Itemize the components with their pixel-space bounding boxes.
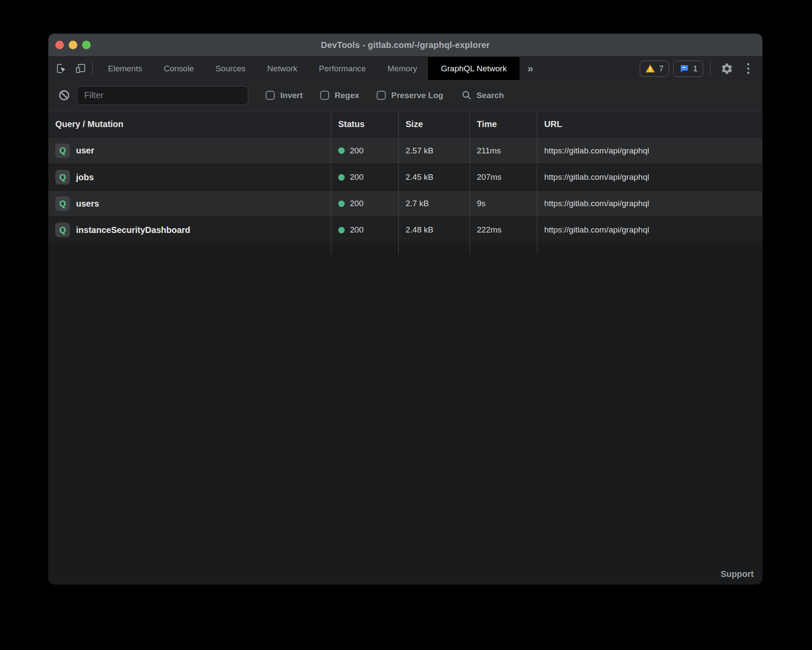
- request-url: https://gitlab.com/api/graphql: [544, 172, 649, 182]
- query-name: instanceSecurityDashboard: [76, 225, 190, 235]
- table-row[interactable]: Q users 200 2.7 kB 9s https://gitlab.com…: [48, 190, 762, 217]
- filter-toolbar: Invert Regex Preserve Log Search: [48, 80, 762, 111]
- status-code: 200: [350, 199, 364, 208]
- regex-checkbox-box[interactable]: [320, 91, 329, 100]
- query-type-badge: Q: [55, 223, 70, 237]
- request-url: https://gitlab.com/api/graphql: [544, 199, 649, 208]
- inspect-element-button[interactable]: [52, 57, 71, 80]
- status-ok-dot: [338, 227, 345, 233]
- titlebar: DevTools - gitlab.com/-/graphql-explorer: [48, 34, 762, 57]
- query-name: jobs: [76, 172, 94, 182]
- search-icon: [461, 90, 472, 101]
- zoom-button[interactable]: [82, 41, 91, 49]
- warning-count: 7: [659, 64, 664, 73]
- kebab-menu-icon: [747, 63, 749, 74]
- minimize-button[interactable]: [69, 41, 77, 49]
- response-size: 2.45 kB: [406, 172, 433, 182]
- query-name: user: [76, 146, 94, 156]
- response-size: 2.48 kB: [406, 225, 433, 235]
- invert-checkbox-box[interactable]: [266, 91, 275, 100]
- tab-graphql-network[interactable]: GraphQL Network: [428, 57, 520, 80]
- window-title: DevTools - gitlab.com/-/graphql-explorer: [321, 40, 490, 50]
- warnings-badge[interactable]: 7: [640, 61, 669, 77]
- invert-checkbox[interactable]: Invert: [266, 91, 303, 100]
- request-url: https://gitlab.com/api/graphql: [544, 225, 649, 235]
- search-button[interactable]: Search: [461, 90, 504, 101]
- table-row[interactable]: Q jobs 200 2.45 kB 207ms https://gitlab.…: [48, 164, 762, 190]
- tab-performance[interactable]: Performance: [308, 57, 377, 80]
- tab-network[interactable]: Network: [257, 57, 308, 80]
- column-header-url[interactable]: URL: [537, 111, 762, 137]
- response-size: 2.7 kB: [406, 199, 429, 208]
- column-header-query-mutation[interactable]: Query / Mutation: [48, 111, 331, 137]
- response-time: 222ms: [477, 225, 501, 235]
- issues-badge[interactable]: 1: [673, 61, 703, 77]
- search-label: Search: [476, 91, 504, 100]
- devtools-tabbar: Elements Console Sources Network Perform…: [48, 57, 762, 80]
- more-tabs-button[interactable]: »: [520, 57, 541, 80]
- tabbar-divider: [710, 62, 710, 75]
- preserve-log-label: Preserve Log: [391, 91, 443, 100]
- response-time: 211ms: [477, 146, 501, 156]
- traffic-lights: [55, 34, 91, 56]
- menu-button[interactable]: [741, 63, 755, 74]
- message-icon: [679, 64, 689, 73]
- query-type-badge: Q: [55, 170, 70, 185]
- inspect-cursor-icon: [56, 63, 67, 74]
- status-code: 200: [350, 172, 364, 182]
- status-code: 200: [350, 146, 364, 156]
- block-icon: [58, 89, 70, 102]
- response-time: 9s: [477, 199, 485, 208]
- status-ok-dot: [338, 174, 345, 181]
- query-type-badge: Q: [55, 143, 70, 158]
- devtools-window: DevTools - gitlab.com/-/graphql-explorer…: [48, 34, 762, 584]
- filter-input[interactable]: [77, 86, 248, 105]
- regex-checkbox[interactable]: Regex: [320, 91, 359, 100]
- gear-icon: [720, 62, 733, 75]
- query-type-badge: Q: [55, 196, 70, 211]
- tab-memory[interactable]: Memory: [377, 57, 428, 80]
- support-link[interactable]: Support: [720, 569, 754, 579]
- issue-count: 1: [693, 64, 698, 73]
- toolbar-divider: [92, 62, 93, 75]
- query-name: users: [76, 199, 99, 209]
- preserve-log-checkbox-box[interactable]: [377, 91, 386, 100]
- table-header: Query / Mutation Status Size Time URL: [48, 111, 762, 137]
- column-header-size[interactable]: Size: [398, 111, 469, 137]
- column-header-status[interactable]: Status: [331, 111, 398, 137]
- status-code: 200: [350, 225, 364, 235]
- clear-filter-button[interactable]: [54, 89, 73, 102]
- chevron-double-right-icon: »: [527, 63, 533, 75]
- warning-icon: [645, 64, 655, 73]
- regex-label: Regex: [335, 91, 359, 100]
- column-divider-tail: [48, 243, 762, 254]
- table-row[interactable]: Q user 200 2.57 kB 211ms https://gitlab.…: [48, 137, 762, 164]
- tabbar-right-cluster: 7 1: [640, 57, 762, 80]
- invert-label: Invert: [280, 91, 303, 100]
- tab-elements[interactable]: Elements: [97, 57, 153, 80]
- tab-sources[interactable]: Sources: [205, 57, 257, 80]
- close-button[interactable]: [55, 41, 64, 49]
- status-ok-dot: [338, 147, 345, 154]
- status-ok-dot: [338, 201, 345, 207]
- request-url: https://gitlab.com/api/graphql: [544, 146, 649, 156]
- response-size: 2.57 kB: [406, 146, 433, 156]
- response-time: 207ms: [477, 172, 501, 182]
- table-row[interactable]: Q instanceSecurityDashboard 200 2.48 kB …: [48, 217, 762, 243]
- device-toolbar-icon: [75, 63, 86, 74]
- column-header-time[interactable]: Time: [469, 111, 537, 137]
- device-toolbar-button[interactable]: [71, 57, 90, 80]
- tab-console[interactable]: Console: [153, 57, 205, 80]
- settings-button[interactable]: [717, 62, 736, 75]
- preserve-log-checkbox[interactable]: Preserve Log: [377, 91, 443, 100]
